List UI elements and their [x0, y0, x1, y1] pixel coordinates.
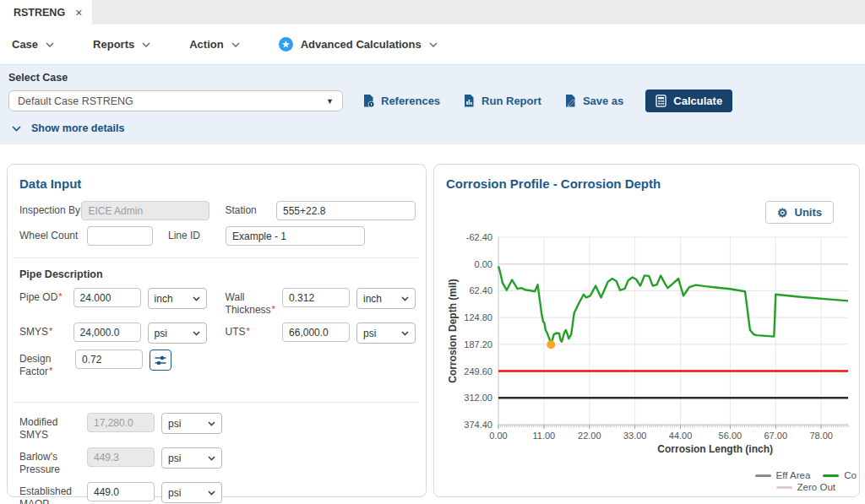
calculate-button[interactable]: Calculate [645, 89, 732, 112]
gear-icon: ⚙ [777, 207, 788, 219]
wheel-count-field[interactable] [87, 226, 153, 246]
chevron-down-icon [193, 331, 200, 336]
references-icon [362, 94, 375, 108]
svg-text:312.00: 312.00 [464, 393, 492, 403]
svg-text:374.40: 374.40 [464, 420, 492, 430]
svg-text:22.00: 22.00 [578, 431, 601, 441]
show-more-details[interactable]: Show more details [12, 122, 857, 134]
select-case-label: Select Case [8, 72, 857, 84]
units-button[interactable]: ⚙ Units [765, 201, 834, 224]
chevron-down-icon [208, 456, 215, 461]
modified-smys-label: Modified SMYS [19, 413, 87, 442]
svg-text:56.00: 56.00 [719, 431, 743, 441]
svg-text:67.00: 67.00 [764, 431, 787, 441]
svg-text:249.60: 249.60 [464, 366, 492, 377]
chart-svg: -62.400.0062.40124.80187.20249.60312.003… [446, 227, 853, 467]
run-report-button[interactable]: Run Report [462, 94, 541, 108]
design-factor-slider-button[interactable] [150, 350, 171, 371]
wall-thickness-label: Wall Thickness* [226, 288, 282, 317]
menu-action[interactable]: Action [189, 38, 239, 51]
legend-eff-area[interactable]: Eff Area [755, 470, 811, 480]
uts-field[interactable] [282, 322, 350, 342]
uts-unit-select[interactable]: psi [356, 322, 416, 344]
pipe-od-field[interactable] [73, 288, 141, 307]
menu-bar: Case Reports Action ★ Advanced Calculati… [0, 24, 865, 64]
pipe-description-title: Pipe Description [19, 268, 416, 280]
svg-text:187.20: 187.20 [464, 339, 492, 350]
chart-legend: Eff Area Co Zero Out [755, 470, 857, 492]
chevron-down-icon [231, 42, 240, 47]
pipe-od-unit-select[interactable]: inch [148, 288, 207, 309]
data-input-title: Data Input [19, 176, 416, 191]
svg-text:0.00: 0.00 [475, 259, 492, 269]
wheel-count-label: Wheel Count [19, 226, 87, 242]
established-maop-unit-select[interactable]: psi [161, 482, 222, 503]
smys-label: SMYS* [19, 322, 73, 339]
chevron-down-icon [193, 296, 200, 301]
wall-thickness-unit-select[interactable]: inch [356, 288, 416, 309]
design-factor-field[interactable] [75, 350, 143, 369]
sliders-icon [155, 355, 166, 366]
smys-field[interactable] [73, 322, 141, 342]
established-maop-label: Established MAOP [19, 482, 87, 504]
svg-text:124.80: 124.80 [464, 312, 492, 322]
case-select-dropdown[interactable]: Default Case RSTRENG ▼ [8, 90, 343, 111]
data-input-panel: Data Input Inspection By Station Wheel C… [7, 164, 427, 497]
run-report-icon [462, 94, 476, 108]
chevron-down-icon [429, 42, 438, 47]
svg-text:62.40: 62.40 [469, 285, 492, 295]
chevron-down-icon [12, 126, 21, 132]
tab-bar: RSTRENG × [0, 0, 865, 24]
chevron-down-icon [208, 421, 215, 426]
pipe-od-label: Pipe OD* [19, 288, 73, 304]
station-field[interactable] [276, 201, 416, 220]
calculator-icon [656, 95, 666, 107]
inspection-by-label: Inspection By [19, 201, 81, 217]
eff-area-swatch [755, 474, 771, 477]
close-icon[interactable]: × [75, 6, 82, 19]
tab-title: RSTRENG [14, 7, 65, 19]
star-icon: ★ [279, 37, 293, 51]
svg-text:44.00: 44.00 [669, 431, 693, 441]
references-button[interactable]: References [362, 94, 440, 108]
save-as-button[interactable]: Save as [563, 94, 623, 108]
svg-text:11.00: 11.00 [533, 431, 556, 441]
chevron-down-icon [401, 296, 409, 301]
corrosion-chart: -62.400.0062.40124.80187.20249.60312.003… [446, 227, 849, 470]
zero-out-swatch [776, 486, 792, 489]
svg-text:78.00: 78.00 [809, 431, 833, 441]
selected-case: Default Case RSTRENG [18, 95, 133, 107]
station-label: Station [225, 201, 276, 217]
corrosion-profile-panel: Corrosion Profile - Corrosion Depth ⚙ Un… [433, 164, 860, 497]
legend-corrosion[interactable]: Co [823, 470, 857, 480]
divider [14, 402, 419, 403]
case-band: Select Case Default Case RSTRENG ▼ Refer… [0, 64, 865, 144]
chevron-down-icon [142, 42, 150, 47]
main-content: Data Input Inspection By Station Wheel C… [0, 144, 865, 497]
uts-label: UTS* [226, 322, 282, 339]
dropdown-caret-icon: ▼ [326, 97, 334, 106]
corrosion-swatch [823, 474, 839, 477]
smys-unit-select[interactable]: psi [148, 322, 207, 344]
barlows-pressure-label: Barlow's Pressure [19, 447, 87, 476]
barlows-pressure-unit-select[interactable]: psi [161, 447, 222, 469]
svg-text:33.00: 33.00 [623, 431, 647, 441]
modified-smys-field [87, 413, 155, 432]
menu-case[interactable]: Case [12, 38, 54, 51]
modified-smys-unit-select[interactable]: psi [161, 413, 222, 434]
legend-zero-out[interactable]: Zero Out [776, 482, 835, 492]
menu-reports[interactable]: Reports [93, 38, 150, 51]
established-maop-field[interactable] [87, 482, 155, 501]
save-as-icon [563, 94, 577, 108]
barlows-pressure-field [87, 447, 155, 467]
rstreng-app: RSTRENG × Case Reports Action ★ Advanced… [0, 0, 865, 504]
wall-thickness-field[interactable] [282, 288, 350, 307]
line-id-field[interactable] [226, 226, 365, 246]
chart-title: Corrosion Profile - Corrosion Depth [446, 176, 849, 191]
design-factor-label: Design Factor* [19, 350, 75, 378]
tab-rstreng[interactable]: RSTRENG × [0, 0, 92, 24]
chevron-down-icon [401, 331, 409, 336]
svg-text:-62.40: -62.40 [466, 232, 492, 242]
menu-advanced-calculations[interactable]: ★ Advanced Calculations [279, 37, 438, 51]
inspection-by-field [81, 201, 209, 220]
